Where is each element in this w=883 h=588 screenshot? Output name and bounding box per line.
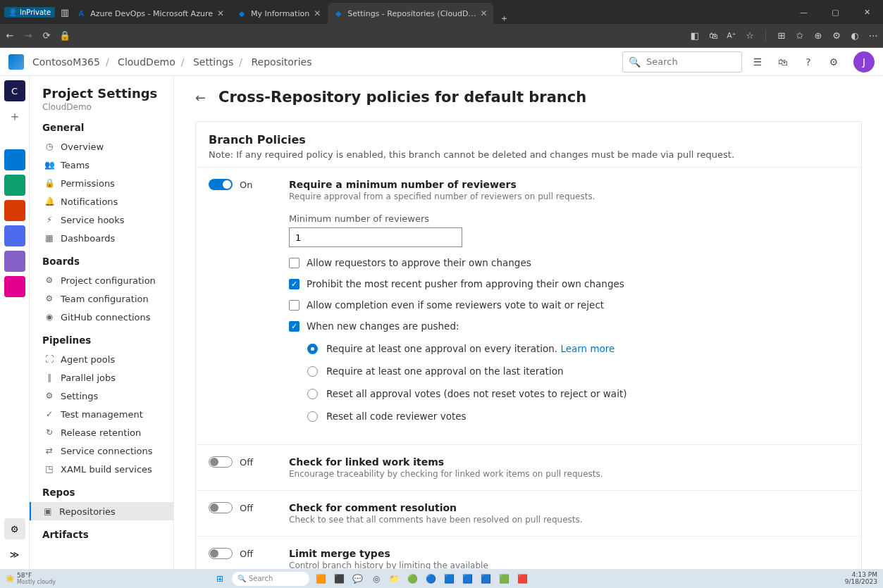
refresh-icon[interactable]: ⟳ [41, 30, 52, 42]
tab-actions-icon[interactable]: ▥ [59, 6, 70, 18]
minimize-button[interactable]: — [788, 0, 820, 24]
devops-icon: ◆ [237, 8, 247, 18]
azure-icon: A [76, 8, 86, 18]
inprivate-badge: 👤 InPrivate [4, 7, 55, 18]
lock-icon[interactable]: 🔒 [59, 30, 70, 42]
maximize-button[interactable]: ▢ [820, 0, 851, 24]
inprivate-icon[interactable]: ◐ [849, 30, 860, 42]
collections-icon[interactable]: ⊕ [813, 30, 824, 42]
new-tab-button[interactable]: ＋ [499, 13, 510, 24]
browser-tab[interactable]: A Azure DevOps - Microsoft Azure ✕ [70, 3, 230, 24]
person-icon: 👤 [8, 8, 17, 16]
close-icon[interactable]: ✕ [217, 8, 224, 18]
extensions-icon[interactable]: ⊞ [776, 30, 787, 42]
close-icon[interactable]: ✕ [481, 8, 488, 18]
browser-tab[interactable]: ◆ My Information ✕ [231, 3, 326, 24]
forward-icon: → [23, 30, 34, 42]
close-window-button[interactable]: ✕ [851, 0, 883, 24]
browser-tab-active[interactable]: ◆ Settings - Repositories (CloudD… ✕ [328, 3, 493, 24]
browser-tabs: A Azure DevOps - Microsoft Azure ✕ ◆ My … [70, 0, 510, 24]
devops-icon: ◆ [333, 8, 343, 18]
more-icon[interactable]: ⋯ [867, 30, 879, 42]
back-icon[interactable]: ← [4, 30, 16, 42]
reader-icon[interactable]: ◧ [689, 30, 700, 42]
close-icon[interactable]: ✕ [314, 8, 321, 18]
browser-toolbar: ← → ⟳ 🔒 ◧ 🛍 A⁺ ☆ ⊞ ✩ ⊕ ⚙ ◐ ⋯ [0, 24, 883, 48]
browser-settings-icon[interactable]: ⚙ [831, 30, 842, 42]
favorites-bar-icon[interactable]: ✩ [794, 30, 805, 42]
shopping-icon[interactable]: 🛍 [708, 30, 719, 42]
browser-titlebar: 👤 InPrivate ▥ A Azure DevOps - Microsoft… [0, 0, 883, 24]
favorite-icon[interactable]: ☆ [744, 30, 755, 42]
text-icon[interactable]: A⁺ [726, 30, 737, 42]
